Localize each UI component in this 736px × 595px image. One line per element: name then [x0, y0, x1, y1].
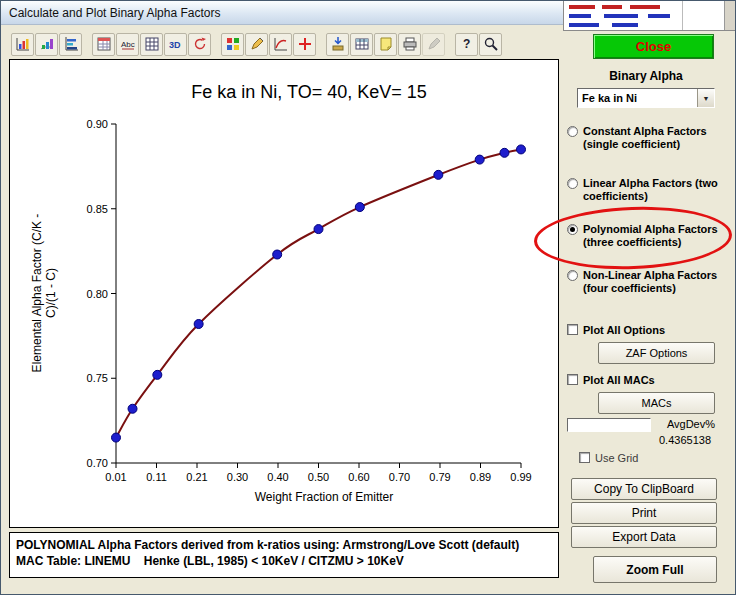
background-text-fragment [630, 5, 660, 9]
svg-text:0.99: 0.99 [510, 471, 531, 483]
help-button[interactable]: ? [455, 33, 478, 56]
note-button[interactable] [374, 33, 397, 56]
radio-circle[interactable] [567, 126, 578, 137]
radio-circle[interactable] [567, 178, 578, 189]
zoom-full-button[interactable]: Zoom Full [593, 556, 717, 583]
background-grid-line [682, 1, 683, 30]
svg-text:0.80: 0.80 [87, 288, 108, 300]
y-axis-label-line2: C)/(1 - C) [44, 183, 58, 403]
column-chart-button[interactable] [11, 33, 34, 56]
export-data-button[interactable]: Export Data [571, 526, 717, 548]
svg-text:0.11: 0.11 [146, 471, 167, 483]
chevron-down-icon[interactable]: ▼ [697, 89, 714, 107]
svg-text:0.21: 0.21 [186, 471, 207, 483]
chart-title: Fe ka in Ni, TO= 40, KeV= 15 [70, 82, 548, 103]
svg-text:?: ? [463, 37, 470, 51]
radio-circle[interactable] [567, 224, 578, 235]
draw-button[interactable] [422, 33, 445, 56]
checkbox-box[interactable] [579, 452, 590, 463]
spreadsheet-button[interactable] [92, 33, 115, 56]
checkbox-label: Use Grid [595, 452, 638, 464]
svg-text:0.79: 0.79 [429, 471, 450, 483]
background-text-fragment [569, 5, 595, 9]
background-text-fragment [648, 14, 670, 18]
copy-to-clipboard-button[interactable]: Copy To ClipBoard [571, 478, 717, 500]
svg-text:Abc: Abc [121, 40, 135, 49]
avgdev-value: 0.4365138 [601, 434, 711, 446]
rotate-labels-icon [192, 36, 208, 52]
svg-text:0.90: 0.90 [87, 118, 108, 130]
radio-linear-alpha[interactable]: Linear Alpha Factors (two coefficients) [567, 177, 727, 203]
svg-text:0.30: 0.30 [227, 471, 248, 483]
background-text-fragment [604, 14, 638, 18]
export-plot-icon [330, 36, 346, 52]
add-marker-button[interactable] [293, 33, 316, 56]
printer-button[interactable] [398, 33, 421, 56]
radio-label: Non-Linear Alpha Factors (four coefficie… [583, 269, 727, 295]
chart-panel: 0.700.750.800.850.900.010.110.210.300.40… [9, 59, 559, 528]
export-plot-button[interactable] [326, 33, 349, 56]
plot-all-macs-checkbox[interactable]: Plot All MACs [567, 374, 655, 386]
checkbox-box[interactable] [567, 374, 578, 385]
3d-view-icon: 3D [168, 36, 184, 52]
draw-icon [426, 36, 442, 52]
x-axis-label: Weight Fraction of Emitter [100, 490, 548, 504]
note-icon [378, 36, 394, 52]
avgdev-input[interactable] [567, 418, 651, 432]
svg-text:3D: 3D [169, 40, 181, 50]
checkbox-label: Plot All Options [583, 324, 665, 336]
zoom-icon [483, 36, 499, 52]
help-icon: ? [459, 36, 475, 52]
svg-text:0.40: 0.40 [267, 471, 288, 483]
zoom-button[interactable] [479, 33, 502, 56]
zaf-options-button[interactable]: ZAF Options [598, 342, 715, 364]
3d-view-button[interactable]: 3D [164, 33, 187, 56]
edit-pencil-button[interactable] [245, 33, 268, 56]
plot-all-options-checkbox[interactable]: Plot All Options [567, 324, 665, 336]
curve-fit-button[interactable] [269, 33, 292, 56]
close-button[interactable]: Close [593, 34, 714, 59]
edit-pencil-icon [249, 36, 265, 52]
svg-text:0.70: 0.70 [87, 457, 108, 469]
3d-column-chart-button[interactable] [35, 33, 58, 56]
status-line-2: MAC Table: LINEMU Henke (LBL, 1985) < 10… [16, 553, 552, 569]
checkbox-label: Plot All MACs [583, 374, 655, 386]
column-chart-icon [15, 36, 31, 52]
color-palette-button[interactable] [221, 33, 244, 56]
radio-polynomial-alpha[interactable]: Polynomial Alpha Factors (three coeffici… [567, 223, 727, 249]
svg-text:0.50: 0.50 [308, 471, 329, 483]
printer-icon [402, 36, 418, 52]
combobox-value: Fe ka in Ni [578, 89, 697, 107]
background-text-fragment [569, 14, 591, 18]
radio-nonlinear-alpha[interactable]: Non-Linear Alpha Factors (four coefficie… [567, 269, 727, 295]
table-button[interactable] [350, 33, 373, 56]
add-marker-icon [297, 36, 313, 52]
radio-constant-alpha[interactable]: Constant Alpha Factors (single coefficie… [567, 125, 727, 151]
svg-text:0.01: 0.01 [105, 471, 126, 483]
spreadsheet-icon [96, 36, 112, 52]
alpha-factor-plot: 0.700.750.800.850.900.010.110.210.300.40… [10, 60, 558, 527]
curve-fit-icon [273, 36, 289, 52]
text-label-button[interactable]: Abc [116, 33, 139, 56]
svg-text:0.75: 0.75 [87, 372, 108, 384]
radio-label: Linear Alpha Factors (two coefficients) [583, 177, 727, 203]
data-grid-icon [144, 36, 160, 52]
toolbar: Abc 3D [11, 32, 503, 56]
print-button[interactable]: Print [571, 502, 717, 524]
use-grid-checkbox[interactable]: Use Grid [579, 452, 638, 464]
macs-button[interactable]: MACs [598, 392, 715, 414]
checkbox-box[interactable] [567, 324, 578, 335]
radio-circle[interactable] [567, 270, 578, 281]
horizontal-bar-chart-button[interactable] [59, 33, 82, 56]
background-text-fragment [602, 5, 622, 9]
data-grid-button[interactable] [140, 33, 163, 56]
radio-label: Constant Alpha Factors (single coefficie… [583, 125, 727, 151]
svg-text:0.89: 0.89 [470, 471, 491, 483]
window-title: Calculate and Plot Binary Alpha Factors [9, 6, 220, 20]
y-axis-label-line1: Elemental Alpha Factor (C/K - [30, 183, 44, 403]
svg-text:0.85: 0.85 [87, 203, 108, 215]
horizontal-bar-chart-icon [63, 36, 79, 52]
binary-alpha-combobox[interactable]: Fe ka in Ni ▼ [577, 88, 715, 108]
background-window-frame [724, 1, 736, 30]
rotate-labels-button[interactable] [188, 33, 211, 56]
